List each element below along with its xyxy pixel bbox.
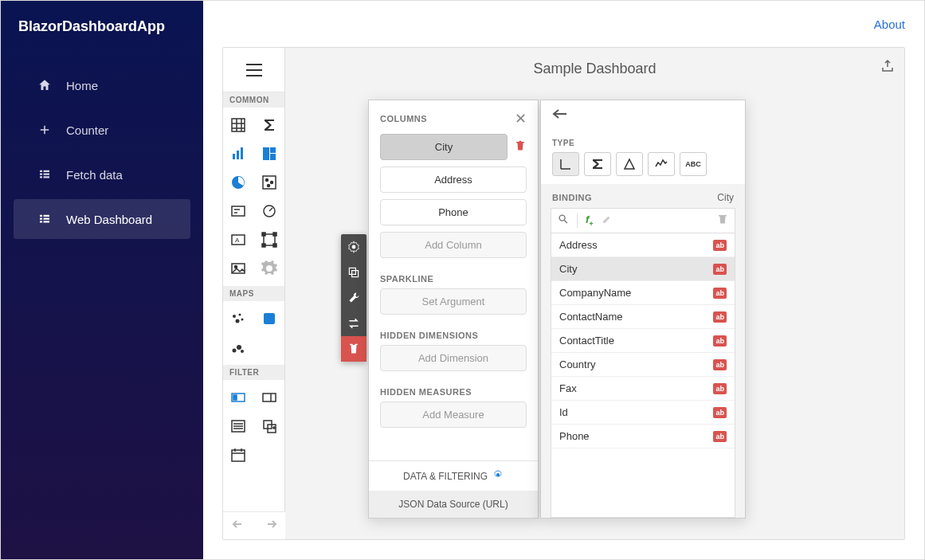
trash-icon[interactable] [717,213,728,228]
text-badge-icon: ab [713,431,727,442]
type-text-icon[interactable]: ABC [680,152,707,176]
svg-point-68 [352,245,356,249]
image-tool-icon[interactable] [223,254,254,283]
group-filter-label: FILTER [223,365,284,380]
pie-tool-icon[interactable] [223,168,254,197]
svg-rect-7 [44,215,50,217]
gear-tool-icon[interactable] [254,254,285,283]
svg-text:A: A [235,237,240,244]
binding-label: BINDING [552,193,592,202]
svg-rect-2 [40,174,42,175]
svg-rect-25 [270,154,276,160]
export-button[interactable] [880,59,895,76]
column-address[interactable]: Address [380,166,527,193]
svg-point-27 [265,179,268,182]
binding-toolbar: f+ [551,208,735,233]
close-icon[interactable]: ✕ [515,112,527,126]
text-badge-icon: ab [713,264,727,275]
field-id[interactable]: Idab [551,401,735,425]
field-fax[interactable]: Faxab [551,377,735,401]
field-companyname[interactable]: CompanyNameab [551,281,735,305]
field-list: Addressab Cityab CompanyNameab ContactNa… [551,233,735,518]
set-argument-button[interactable]: Set Argument [380,288,527,315]
workarea: Sample Dashboard Phone 0241-039123 (505)… [285,48,904,539]
svg-rect-4 [40,176,42,178]
nav-fetch[interactable]: Fetch data [14,155,190,194]
field-country[interactable]: Countryab [551,353,735,377]
canvas: COMMON A MAPS [222,47,905,540]
column-city[interactable]: City [380,134,508,160]
wrench-icon[interactable] [341,285,366,311]
redo-button[interactable] [263,519,277,533]
data-source-label[interactable]: JSON Data Source (URL) [369,491,538,518]
point-map-icon[interactable] [223,333,254,362]
sparkline-label: SPARKLINE [369,264,538,288]
tree-filter-icon[interactable] [254,412,285,441]
field-city[interactable]: Cityab [551,257,735,281]
svg-rect-15 [232,119,245,131]
field-phone[interactable]: Phoneab [551,425,735,448]
svg-rect-23 [263,147,269,160]
grid-tool-icon[interactable] [223,111,254,139]
home-icon [37,78,52,92]
add-column-button[interactable]: Add Column [380,232,527,258]
scatter-tool-icon[interactable] [254,168,285,197]
text-badge-icon: ab [713,288,727,299]
svg-point-44 [233,315,236,318]
list-filter-icon[interactable] [223,412,254,441]
svg-rect-8 [40,218,42,220]
textbox-tool-icon[interactable]: A [223,225,254,254]
nav-fetch-label: Fetch data [66,168,123,182]
card-tool-icon[interactable] [223,197,254,225]
text-badge-icon: ab [713,240,727,251]
boundbox-tool-icon[interactable] [254,225,285,254]
gear-icon[interactable] [341,234,366,260]
nav-home-label: Home [66,79,98,92]
bubble-map-icon[interactable] [223,304,254,333]
svg-point-45 [239,314,241,316]
fx-add-icon[interactable]: f+ [586,213,594,228]
sigma-tool-icon[interactable] [254,111,285,139]
type-sparkline-icon[interactable] [648,152,675,176]
dashboard-title: Sample Dashboard [285,48,904,84]
nav-home[interactable]: Home [14,65,190,105]
combo-filter-icon[interactable] [254,383,285,412]
treemap-tool-icon[interactable] [254,139,285,168]
back-icon[interactable] [552,108,568,122]
range-filter-icon[interactable] [223,383,254,412]
convert-icon[interactable] [341,311,366,336]
field-contactname[interactable]: ContactNameab [551,305,735,329]
geo-map-icon[interactable] [254,304,285,333]
hamburger-button[interactable] [223,48,284,92]
delete-icon[interactable] [341,336,366,362]
chart-tool-icon[interactable] [223,139,254,168]
data-filtering-label: DATA & FILTERING [403,471,488,482]
field-address[interactable]: Addressab [551,233,735,257]
add-dimension-button[interactable]: Add Dimension [380,345,527,371]
type-measure-icon[interactable] [584,152,611,176]
trash-icon[interactable] [514,140,527,155]
text-badge-icon: ab [713,335,727,347]
add-measure-button[interactable]: Add Measure [380,401,527,428]
duplicate-icon[interactable] [341,260,366,285]
type-dimension-icon[interactable] [552,152,579,176]
date-filter-icon[interactable] [223,441,254,469]
svg-point-28 [270,182,272,184]
nav-dashboard[interactable]: Web Dashboard [14,199,190,239]
text-badge-icon: ab [713,383,727,394]
svg-rect-22 [241,147,243,159]
search-icon[interactable] [558,213,569,228]
edit-icon[interactable] [602,213,613,228]
type-delta-icon[interactable] [616,152,643,176]
field-contacttitle[interactable]: ContactTitleab [551,329,735,353]
svg-rect-39 [273,233,276,236]
svg-rect-69 [349,268,355,274]
nav-counter[interactable]: Counter [14,110,190,150]
undo-button[interactable] [232,519,246,533]
column-phone[interactable]: Phone [380,199,527,225]
data-filtering-button[interactable]: DATA & FILTERING [369,461,538,491]
about-link[interactable]: About [874,18,905,31]
undo-redo-tray [223,511,285,539]
svg-rect-0 [40,170,42,172]
gauge-tool-icon[interactable] [254,197,285,225]
